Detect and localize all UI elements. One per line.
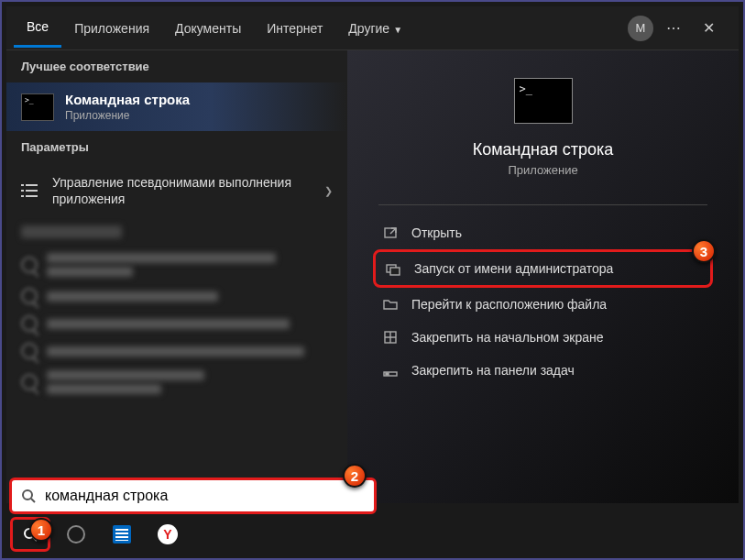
search-icon: [21, 489, 36, 503]
action-pin-start[interactable]: Закрепить на начальном экране: [373, 321, 713, 354]
action-label: Перейти к расположению файла: [411, 297, 607, 312]
svg-rect-3: [26, 190, 38, 192]
svg-point-12: [23, 490, 32, 500]
taskbar: 1 Y: [6, 515, 739, 554]
callout-marker-1: 1: [29, 518, 53, 542]
yandex-icon: Y: [158, 524, 178, 544]
best-match-label: Лучшее соответствие: [6, 50, 347, 82]
window-frame: Все Приложения Документы Интернет Другие…: [0, 0, 745, 560]
admin-icon: [385, 260, 401, 277]
taskbar-cortana-button[interactable]: [56, 517, 96, 552]
list-icon: [21, 184, 39, 197]
best-match-title: Командная строка: [65, 92, 190, 107]
user-avatar[interactable]: М: [628, 16, 653, 41]
calendar-icon: [113, 525, 131, 544]
tab-all[interactable]: Все: [14, 8, 61, 48]
parameters-label: Параметры: [6, 131, 347, 163]
folder-icon: [382, 296, 399, 313]
tab-docs[interactable]: Документы: [162, 10, 254, 47]
tab-more[interactable]: Другие▼: [335, 10, 415, 47]
action-open-file-location[interactable]: Перейти к расположению файла: [373, 288, 713, 321]
pin-start-icon: [382, 329, 399, 346]
setting-alias-management[interactable]: Управление псевдонимами выполнения прило…: [6, 163, 347, 218]
header-right: М ⋯ ✕: [628, 16, 731, 41]
svg-rect-0: [21, 184, 24, 186]
callout-marker-3: 3: [692, 239, 716, 263]
action-list: Открыть Запуск от имени администратора 3: [347, 216, 739, 387]
svg-rect-8: [390, 268, 400, 275]
svg-rect-5: [26, 195, 38, 197]
preview-cmd-icon: [514, 78, 573, 124]
close-button[interactable]: ✕: [696, 16, 722, 40]
svg-rect-4: [21, 195, 24, 197]
preview-column: Командная строка Приложение Открыть: [347, 50, 739, 503]
chevron-right-icon: ❯: [324, 185, 333, 197]
blurred-history: [6, 218, 347, 503]
results-column: Лучшее соответствие Командная строка При…: [6, 50, 347, 503]
taskbar-yandex-button[interactable]: Y: [148, 517, 188, 552]
taskbar-search-button[interactable]: 1: [10, 517, 50, 552]
more-options-button[interactable]: ⋯: [666, 19, 683, 37]
action-pin-taskbar[interactable]: Закрепить на панели задач: [373, 354, 713, 387]
tab-bar: Все Приложения Документы Интернет Другие…: [6, 6, 739, 50]
pin-taskbar-icon: [382, 362, 399, 379]
action-run-as-admin[interactable]: Запуск от имени администратора 3: [373, 249, 713, 288]
action-label: Запуск от имени администратора: [414, 261, 613, 276]
svg-rect-11: [386, 373, 389, 375]
open-icon: [382, 225, 399, 241]
best-match-subtitle: Приложение: [65, 109, 190, 122]
best-match-item[interactable]: Командная строка Приложение: [6, 82, 347, 131]
setting-label: Управление псевдонимами выполнения прило…: [52, 174, 312, 207]
action-label: Закрепить на начальном экране: [411, 330, 604, 345]
tab-web[interactable]: Интернет: [254, 10, 335, 47]
taskbar-calendar-button[interactable]: [102, 517, 142, 552]
chevron-down-icon: ▼: [393, 25, 402, 35]
search-panel: Все Приложения Документы Интернет Другие…: [6, 6, 739, 503]
cmd-icon: [21, 93, 54, 121]
cortana-icon: [67, 525, 85, 544]
preview-title: Командная строка: [473, 140, 614, 159]
action-label: Закрепить на панели задач: [411, 363, 575, 378]
divider: [378, 204, 707, 205]
svg-rect-2: [21, 190, 24, 192]
search-input[interactable]: [45, 488, 365, 504]
preview-subtitle: Приложение: [508, 163, 577, 177]
action-label: Открыть: [411, 225, 462, 240]
tab-apps[interactable]: Приложения: [61, 10, 162, 47]
action-open[interactable]: Открыть: [373, 216, 713, 249]
tab-more-label: Другие: [348, 21, 389, 36]
svg-rect-1: [26, 184, 38, 186]
search-box[interactable]: 2: [9, 478, 377, 514]
callout-marker-2: 2: [343, 464, 367, 488]
content-area: Лучшее соответствие Командная строка При…: [6, 50, 739, 503]
